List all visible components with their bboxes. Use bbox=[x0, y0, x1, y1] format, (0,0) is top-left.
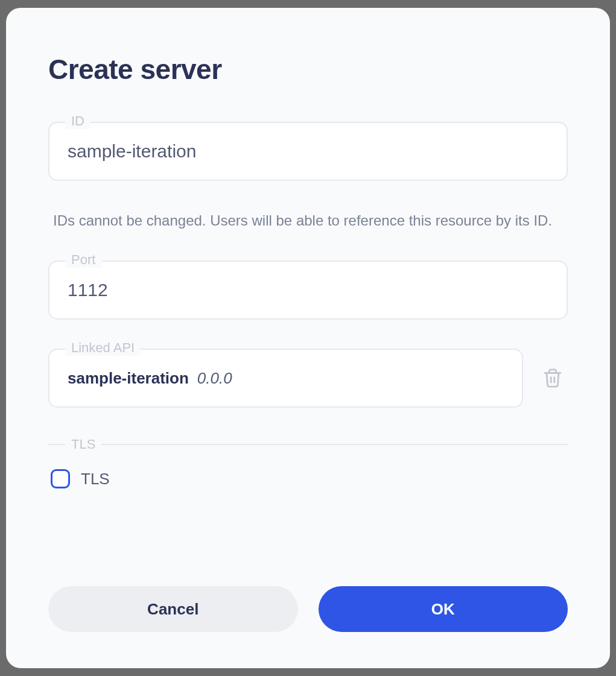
tls-checkbox-label: TLS bbox=[81, 470, 110, 488]
tls-checkbox-row: TLS bbox=[48, 469, 568, 488]
id-helper-text: IDs cannot be changed. Users will be abl… bbox=[48, 210, 568, 232]
tls-section: TLS TLS bbox=[48, 437, 568, 488]
ok-button[interactable]: OK bbox=[319, 586, 568, 632]
tls-checkbox[interactable] bbox=[51, 469, 70, 488]
port-input[interactable] bbox=[48, 261, 568, 320]
port-label: Port bbox=[65, 252, 101, 268]
port-field-group: Port bbox=[48, 261, 568, 320]
create-server-dialog: Create server ID IDs cannot be changed. … bbox=[6, 8, 610, 668]
trash-icon bbox=[542, 367, 563, 390]
delete-linked-api-button[interactable] bbox=[538, 362, 568, 394]
cancel-button[interactable]: Cancel bbox=[48, 586, 298, 632]
id-field-group: ID bbox=[48, 122, 568, 181]
tls-divider: TLS bbox=[48, 437, 568, 452]
dialog-button-row: Cancel OK bbox=[48, 550, 568, 632]
id-label: ID bbox=[65, 113, 90, 129]
linked-api-field-group: Linked API sample-iteration 0.0.0 bbox=[48, 349, 523, 408]
tls-section-label: TLS bbox=[65, 437, 101, 452]
linked-api-version: 0.0.0 bbox=[197, 369, 232, 388]
dialog-title: Create server bbox=[48, 53, 568, 86]
linked-api-label: Linked API bbox=[65, 340, 141, 356]
id-input[interactable] bbox=[48, 122, 568, 181]
linked-api-name: sample-iteration bbox=[68, 369, 189, 388]
linked-api-display[interactable]: sample-iteration 0.0.0 bbox=[48, 349, 523, 408]
linked-api-row: Linked API sample-iteration 0.0.0 bbox=[48, 349, 568, 408]
